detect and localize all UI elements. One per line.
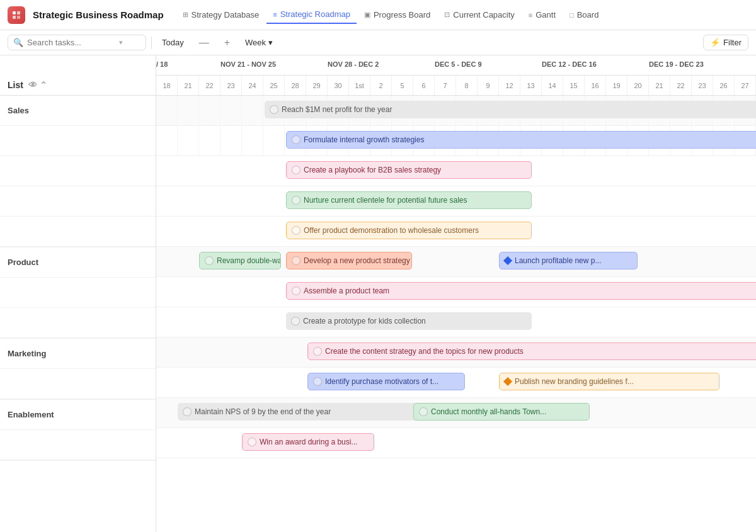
- day-7: 7: [435, 76, 456, 95]
- gantt-chart[interactable]: / 18 NOV 21 - NOV 25 NOV 28 - DEC 2 DEC …: [156, 55, 756, 532]
- gantt-group-sales: Sales: [0, 96, 156, 247]
- tab-strategy-database[interactable]: ⊞ Strategy Database: [176, 6, 266, 23]
- gantt-row-s5: Offer product demonstration to wholesale…: [156, 217, 756, 247]
- tab-progress-board[interactable]: ▣ Progress Board: [358, 6, 437, 23]
- task-bar-e3[interactable]: Win an award during a busi...: [242, 433, 374, 451]
- task-bar-p5[interactable]: Create a prototype for kids collection: [286, 312, 532, 330]
- sidebar-group-label-marketing[interactable]: Marketing: [0, 339, 156, 369]
- task-label-s1: Reach $1M net profit for the year: [282, 105, 392, 114]
- subtract-button[interactable]: —: [194, 35, 214, 51]
- tab-gantt[interactable]: ≡ Gantt: [522, 6, 562, 23]
- task-label-s3: Create a playbook for B2B sales strategy: [304, 166, 441, 174]
- task-diamond-p3: [503, 256, 512, 265]
- day-23: 23: [220, 76, 242, 95]
- gantt-row-s2: Formulate internal growth strategies: [156, 126, 756, 156]
- task-icon-s5: [292, 226, 301, 235]
- gantt-row-s3: Create a playbook for B2B sales strategy: [156, 156, 756, 186]
- eye-slash-icon[interactable]: 👁: [28, 80, 37, 90]
- day-21: 21: [178, 76, 199, 95]
- task-bar-s2[interactable]: Formulate internal growth strategies: [286, 131, 756, 149]
- sidebar-group-label-sales[interactable]: Sales: [0, 96, 156, 126]
- svg-rect-0: [13, 11, 16, 14]
- tab-current-capacity[interactable]: ⊡ Current Capacity: [438, 6, 521, 23]
- day-6: 6: [413, 76, 435, 95]
- gantt-group-marketing: Marketing: [0, 339, 156, 400]
- task-icon-e2: [419, 407, 428, 416]
- task-bar-m1[interactable]: Create the content strategy and the topi…: [307, 342, 756, 360]
- sidebar-row-p2: [0, 278, 156, 308]
- task-bar-m2[interactable]: Identify purchase motivators of t...: [307, 373, 465, 390]
- task-label-s4: Nurture current clientele for potential …: [304, 196, 467, 205]
- day-12: 12: [499, 76, 520, 95]
- week-label-3: DEC 5 - DEC 9: [435, 60, 482, 68]
- task-bar-s4[interactable]: Nurture current clientele for potential …: [286, 191, 532, 209]
- task-bar-s3[interactable]: Create a playbook for B2B sales strategy: [286, 161, 532, 179]
- date-header-days: 18 21 22 23 24 25 28 29 30 1st 2 5 6 7 8…: [156, 76, 756, 96]
- add-button[interactable]: +: [219, 35, 235, 51]
- svg-rect-3: [17, 16, 20, 19]
- task-icon-e1: [183, 407, 192, 416]
- day-28: 28: [285, 76, 306, 95]
- day-9: 9: [478, 76, 499, 95]
- task-bar-s5[interactable]: Offer product demonstration to wholesale…: [286, 222, 532, 239]
- gantt-container: List 👁 ⌃ Sales Product: [0, 55, 756, 532]
- today-button[interactable]: Today: [157, 35, 189, 50]
- sidebar-group-label-product[interactable]: Product: [0, 247, 156, 278]
- search-dropdown-icon[interactable]: ▾: [119, 38, 123, 47]
- toolbar-divider-1: [151, 37, 152, 49]
- progress-board-icon: ▣: [364, 11, 370, 19]
- strategy-db-icon: ⊞: [183, 11, 188, 19]
- sidebar-row-p3: [0, 308, 156, 338]
- task-bar-e2[interactable]: Conduct monthly all-hands Town...: [413, 403, 590, 421]
- task-icon-m1: [313, 347, 322, 356]
- tab-strategic-roadmap[interactable]: ≡ Strategic Roadmap: [266, 6, 357, 24]
- strategic-roadmap-icon: ≡: [273, 11, 277, 18]
- filter-icon: ⚡: [710, 38, 720, 47]
- week-label-2: NOV 28 - DEC 2: [328, 60, 379, 68]
- current-capacity-icon: ⊡: [444, 11, 450, 19]
- task-bar-m3[interactable]: Publish new branding guidelines f...: [499, 373, 719, 390]
- search-input[interactable]: [27, 38, 115, 47]
- filter-button[interactable]: ⚡ Filter: [703, 35, 748, 50]
- task-icon-p4: [292, 286, 301, 295]
- day-24: 24: [242, 76, 263, 95]
- day-30: 30: [328, 76, 349, 95]
- day-5: 5: [392, 76, 413, 95]
- collapse-icon[interactable]: ⌃: [40, 80, 47, 90]
- task-icon-s4: [292, 196, 301, 205]
- app-header: Strategic Business Roadmap ⊞ Strategy Da…: [0, 0, 756, 30]
- day-26: 26: [713, 76, 735, 95]
- nav-tabs: ⊞ Strategy Database ≡ Strategic Roadmap …: [176, 6, 748, 24]
- gantt-row-e3: Win an award during a busi...: [156, 428, 756, 458]
- sidebar-group-label-enablement[interactable]: Enablement: [0, 400, 156, 430]
- day-23b: 23: [692, 76, 713, 95]
- day-8: 8: [456, 76, 478, 95]
- tab-board[interactable]: □ Board: [563, 6, 605, 23]
- day-14: 14: [542, 76, 563, 95]
- search-box[interactable]: 🔍 ▾: [8, 35, 146, 50]
- gantt-icon: ≡: [529, 11, 532, 19]
- day-29: 29: [306, 76, 328, 95]
- task-icon-s3: [292, 166, 301, 174]
- task-bar-p3[interactable]: Launch profitable new p...: [499, 252, 638, 269]
- task-bar-p2[interactable]: Develop a new product strategy f...: [286, 252, 412, 269]
- task-label-e1: Maintain NPS of 9 by the end of the year: [195, 407, 331, 416]
- task-diamond-m3: [503, 377, 512, 386]
- sidebar-header: List 👁 ⌃: [0, 55, 156, 96]
- svg-rect-2: [13, 16, 16, 19]
- week-button[interactable]: Week ▾: [240, 35, 278, 50]
- task-bar-p4[interactable]: Assemble a product team: [286, 282, 756, 300]
- gantt-row-enablement-header: Maintain NPS of 9 by the end of the year…: [156, 398, 756, 428]
- board-icon: □: [570, 11, 574, 19]
- sidebar-row-e2: [0, 430, 156, 460]
- list-header-icons: 👁 ⌃: [28, 80, 47, 90]
- week-label-1: NOV 21 - NOV 25: [220, 60, 276, 68]
- list-header: List 👁 ⌃: [8, 80, 47, 90]
- task-icon-p5: [291, 317, 300, 325]
- gantt-row-marketing-header: Create the content strategy and the topi…: [156, 337, 756, 368]
- task-bar-p1[interactable]: Revamp double-wall gl...: [199, 252, 281, 269]
- task-bar-s1[interactable]: Reach $1M net profit for the year: [265, 101, 756, 118]
- day-16: 16: [585, 76, 606, 95]
- day-2: 2: [370, 76, 392, 95]
- day-18: 18: [156, 76, 178, 95]
